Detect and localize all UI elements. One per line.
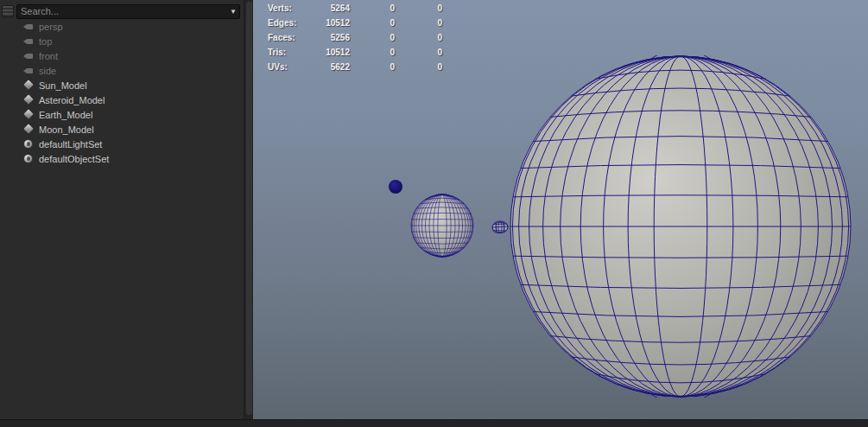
hud-col3: 0: [416, 33, 442, 42]
hud-total: 5622: [296, 62, 350, 72]
hud-total: 10512: [296, 18, 350, 28]
hud-label: UVs:: [268, 62, 288, 72]
camera-icon: [22, 35, 35, 47]
hud-label: Faces:: [268, 33, 295, 42]
outliner-item-persp[interactable]: persp: [0, 19, 244, 34]
hud-row: Faces: 5256 0 0: [253, 33, 478, 44]
hud-col2: 0: [369, 18, 395, 28]
outliner-item-label: persp: [39, 22, 63, 32]
outliner-item-asteroid-model[interactable]: Asteroid_Model: [0, 92, 244, 107]
hud-col3: 0: [416, 3, 442, 13]
camera-icon: [22, 21, 35, 32]
outliner-panel: ▼ persp top front side Sun_Model Asteroi…: [0, 0, 244, 419]
outliner-header: ▼: [0, 3, 244, 19]
mesh-icon: [22, 94, 35, 105]
hud-total: 10512: [296, 48, 350, 57]
scrollbar-thumb[interactable]: [246, 2, 252, 415]
outliner-list: persp top front side Sun_Model Asteroid_…: [0, 19, 244, 166]
sun-model-sphere[interactable]: [510, 55, 852, 398]
asteroid-model[interactable]: [490, 220, 510, 235]
hud-col3: 0: [416, 48, 442, 57]
outliner-item-default-object-set[interactable]: defaultObjectSet: [0, 151, 244, 166]
panel-menu-icon[interactable]: [2, 5, 14, 17]
outliner-item-front[interactable]: front: [0, 48, 244, 63]
set-icon: [22, 138, 35, 150]
outliner-item-label: defaultObjectSet: [39, 154, 109, 164]
viewport-panel[interactable]: Verts: 5264 0 0 Edges: 10512 0 0 Faces: …: [253, 0, 868, 419]
hud-col3: 0: [416, 18, 442, 28]
outliner-item-side[interactable]: side: [0, 63, 244, 78]
hud-col2: 0: [369, 62, 395, 72]
mesh-icon: [22, 109, 35, 120]
hud-row: Edges: 10512 0 0: [253, 18, 478, 29]
outliner-item-top[interactable]: top: [0, 34, 244, 48]
search-box: ▼: [16, 4, 240, 19]
outliner-item-label: front: [39, 51, 58, 61]
camera-icon: [22, 50, 35, 61]
outliner-item-label: defaultLightSet: [39, 139, 102, 150]
mesh-icon: [22, 124, 35, 135]
outliner-item-label: Earth_Model: [39, 110, 92, 120]
hud-row: Verts: 5264 0 0: [253, 3, 478, 15]
bottom-bar: [0, 419, 868, 427]
hud-col3: 0: [416, 62, 442, 72]
hud-label: Edges:: [268, 18, 296, 28]
hud-col2: 0: [369, 33, 395, 42]
hud-total: 5264: [296, 3, 350, 13]
poly-count-hud: Verts: 5264 0 0 Edges: 10512 0 0 Faces: …: [253, 0, 478, 78]
outliner-scrollbar[interactable]: [244, 0, 253, 419]
earth-model-sphere[interactable]: [410, 194, 474, 258]
outliner-item-label: Sun_Model: [39, 80, 87, 91]
outliner-item-earth-model[interactable]: Earth_Model: [0, 107, 244, 122]
camera-icon: [22, 65, 35, 76]
outliner-item-label: Asteroid_Model: [39, 95, 105, 105]
outliner-item-default-light-set[interactable]: defaultLightSet: [0, 137, 244, 151]
hud-row: Tris: 10512 0 0: [253, 48, 478, 59]
hud-col2: 0: [369, 3, 395, 13]
hud-total: 5256: [296, 33, 350, 42]
outliner-item-label: top: [39, 36, 52, 47]
hud-label: Verts:: [268, 3, 292, 13]
outliner-item-label: side: [39, 66, 56, 76]
outliner-item-label: Moon_Model: [39, 124, 94, 135]
set-icon: [22, 153, 35, 164]
chevron-down-icon[interactable]: ▼: [227, 8, 239, 16]
outliner-item-sun-model[interactable]: Sun_Model: [0, 78, 244, 92]
mesh-icon: [22, 80, 35, 91]
outliner-item-moon-model[interactable]: Moon_Model: [0, 122, 244, 137]
moon-model-sphere[interactable]: [389, 180, 402, 194]
hud-row: UVs: 5622 0 0: [253, 62, 478, 73]
hud-col2: 0: [369, 48, 395, 57]
hud-label: Tris:: [268, 48, 286, 57]
search-input[interactable]: [17, 6, 227, 17]
